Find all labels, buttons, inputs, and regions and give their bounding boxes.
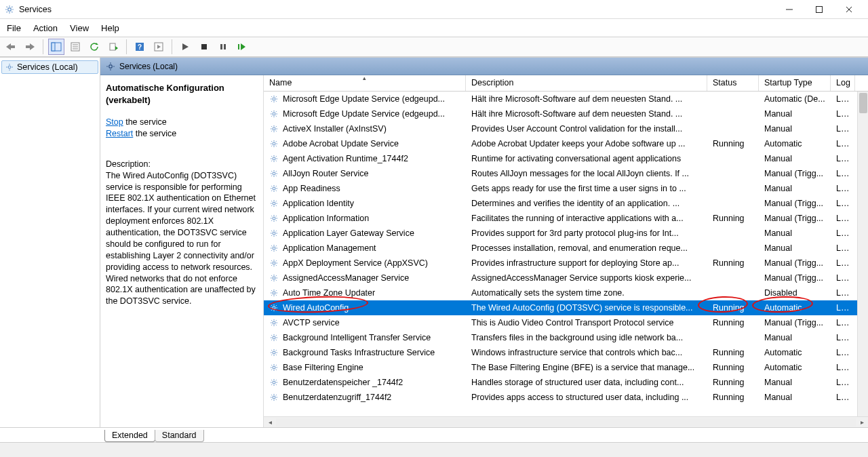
svg-point-100 xyxy=(273,187,275,190)
bottom-tabs: Extended Standard xyxy=(0,427,868,442)
nav-back-button[interactable] xyxy=(3,39,19,55)
table-row[interactable]: App ReadinessGets apps ready for use the… xyxy=(264,181,857,196)
service-startup-type: Manual xyxy=(759,184,831,193)
col-name[interactable]: Name▴ xyxy=(264,75,466,91)
service-logon: Loc xyxy=(831,363,855,372)
service-description: AssignedAccessManager Service supports k… xyxy=(466,273,707,283)
svg-line-71 xyxy=(271,131,272,132)
tab-standard[interactable]: Standard xyxy=(155,430,204,442)
app-icon xyxy=(4,4,15,15)
pause-button[interactable] xyxy=(215,39,231,55)
table-row[interactable]: Benutzerdatenspeicher _1744f2Handles sto… xyxy=(264,375,857,390)
nav-forward-button[interactable] xyxy=(22,39,38,55)
svg-line-63 xyxy=(276,111,277,112)
service-startup-type: Manual (Trigg... xyxy=(759,318,831,327)
toolbar-generic-button[interactable] xyxy=(151,39,167,55)
svg-point-64 xyxy=(273,127,275,130)
svg-point-172 xyxy=(273,306,275,309)
table-row[interactable]: Auto Time Zone UpdaterAutomatically sets… xyxy=(264,285,857,300)
svg-point-118 xyxy=(273,217,275,220)
svg-point-73 xyxy=(273,142,275,145)
properties-button[interactable] xyxy=(67,39,83,55)
svg-line-215 xyxy=(271,370,272,370)
service-name: AVCTP service xyxy=(283,318,340,327)
export-button[interactable] xyxy=(105,39,121,55)
table-row[interactable]: Background Intelligent Transfer ServiceT… xyxy=(264,330,857,345)
svg-line-168 xyxy=(271,290,272,291)
gear-icon xyxy=(269,124,279,134)
service-logon: Loc xyxy=(831,318,855,327)
table-row[interactable]: Background Tasks Infrastructure ServiceW… xyxy=(264,345,857,360)
menu-action[interactable]: Action xyxy=(33,23,58,33)
menu-file[interactable]: File xyxy=(7,23,21,33)
vertical-scrollbar[interactable] xyxy=(857,92,868,416)
service-logon: Loc xyxy=(831,303,855,313)
service-name: Application Information xyxy=(283,214,369,223)
table-row[interactable]: Application IdentityDetermines and verif… xyxy=(264,196,857,211)
table-row[interactable]: AppX Deployment Service (AppXSVC)Provide… xyxy=(264,256,857,271)
svg-point-136 xyxy=(273,247,275,250)
service-startup-type: Manual xyxy=(759,243,831,253)
horizontal-scrollbar[interactable]: ◂ ▸ xyxy=(264,416,868,427)
service-status: Running xyxy=(707,318,759,327)
refresh-button[interactable] xyxy=(86,39,102,55)
service-logon: Loc xyxy=(831,288,855,298)
play-button[interactable] xyxy=(177,39,193,55)
minimize-button[interactable] xyxy=(774,0,804,19)
table-row[interactable]: Application Layer Gateway ServiceProvide… xyxy=(264,226,857,241)
svg-line-62 xyxy=(271,116,272,117)
svg-rect-24 xyxy=(110,43,115,50)
table-row[interactable]: Wired AutoConfigThe Wired AutoConfig (DO… xyxy=(264,300,857,315)
tab-extended[interactable]: Extended xyxy=(104,430,155,442)
restart-button[interactable] xyxy=(234,39,250,55)
maximize-button[interactable] xyxy=(804,0,834,19)
table-row[interactable]: Agent Activation Runtime_1744f2Runtime f… xyxy=(264,151,857,166)
col-logon[interactable]: Log xyxy=(831,75,855,91)
table-row[interactable]: Microsoft Edge Update Service (edgeupd..… xyxy=(264,106,857,121)
table-row[interactable]: AllJoyn Router ServiceRoutes AllJoyn mes… xyxy=(264,166,857,181)
svg-point-217 xyxy=(273,381,275,384)
gear-icon xyxy=(5,62,14,72)
table-row[interactable]: Adobe Acrobat Update ServiceAdobe Acroba… xyxy=(264,136,857,151)
svg-line-214 xyxy=(276,370,277,370)
service-startup-type: Manual xyxy=(759,154,831,163)
col-description[interactable]: Description xyxy=(466,75,707,91)
svg-line-126 xyxy=(276,216,277,216)
table-row[interactable]: AssignedAccessManager ServiceAssignedAcc… xyxy=(264,271,857,285)
svg-line-189 xyxy=(276,320,277,321)
stop-button[interactable] xyxy=(196,39,212,55)
service-name: Microsoft Edge Update Service (edgeupd..… xyxy=(283,109,445,119)
col-startup-type[interactable]: Startup Type xyxy=(759,75,831,91)
table-row[interactable]: Benutzerdatenzugriff_1744f2Provides apps… xyxy=(264,390,857,405)
table-row[interactable]: Application ManagementProcesses installa… xyxy=(264,241,857,256)
service-status: Running xyxy=(707,303,759,313)
stop-link[interactable]: Stop xyxy=(106,117,123,127)
table-row[interactable]: AVCTP serviceThis is Audio Video Control… xyxy=(264,315,857,330)
tree-root-label: Services (Local) xyxy=(17,62,78,72)
service-startup-type: Manual xyxy=(759,124,831,134)
menu-help[interactable]: Help xyxy=(101,23,119,33)
service-status: Running xyxy=(707,393,759,402)
close-button[interactable] xyxy=(834,0,864,19)
svg-rect-31 xyxy=(201,44,207,49)
svg-point-41 xyxy=(109,64,113,68)
restart-link[interactable]: Restart xyxy=(106,129,133,138)
table-row[interactable]: Microsoft Edge Update Service (edgeupd..… xyxy=(264,92,857,106)
table-row[interactable]: Base Filtering EngineThe Base Filtering … xyxy=(264,360,857,375)
statusbar xyxy=(0,442,868,457)
menubar: File Action View Help xyxy=(0,19,868,37)
tree-services-local[interactable]: Services (Local) xyxy=(1,60,98,74)
show-hide-tree-button[interactable] xyxy=(48,39,64,55)
table-row[interactable]: Application InformationFacilitates the r… xyxy=(264,211,857,226)
svg-line-161 xyxy=(271,280,272,281)
scroll-right-icon[interactable]: ▸ xyxy=(857,418,867,427)
scroll-left-icon[interactable]: ◂ xyxy=(265,418,275,427)
menu-view[interactable]: View xyxy=(70,23,89,33)
col-status[interactable]: Status xyxy=(707,75,759,91)
service-startup-type: Manual xyxy=(759,333,831,342)
svg-line-206 xyxy=(271,355,272,355)
svg-line-134 xyxy=(271,235,272,236)
help-button[interactable]: ? xyxy=(132,39,148,55)
table-row[interactable]: ActiveX Installer (AxInstSV)Provides Use… xyxy=(264,121,857,136)
svg-rect-34 xyxy=(238,44,239,49)
